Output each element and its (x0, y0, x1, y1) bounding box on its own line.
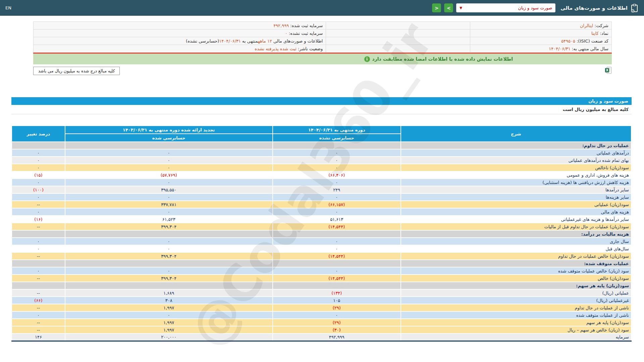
cell-change-percent: (۶۶) (12, 297, 65, 304)
statement-type-dropdown[interactable]: صورت سود و زیان ▼ (456, 3, 555, 12)
cell-current-period: (۶۶,۴۰۶) (273, 171, 401, 179)
cell-restated-period: ۰ (65, 267, 273, 275)
cell-change-percent: (۱۵) (12, 171, 65, 179)
row-label: سال جاری (401, 238, 631, 245)
cell-current-period: ۰ (273, 311, 401, 319)
statement-row: سود(زیان) پایه هر سهم(۲۹)۱,۹۹۷-- (12, 319, 631, 326)
cell-restated-period: ۳۹۹,۳۰۴ (65, 252, 273, 260)
statement-row: هزینه کاهش ارزش دریافتنی ها (هزینه استثن… (12, 179, 631, 186)
info-icon: i (364, 56, 370, 62)
info-cell-empty (326, 37, 470, 45)
cell-change-percent: -- (12, 319, 65, 326)
cell-change-percent (12, 142, 65, 149)
cell-current-period: ۰ (273, 208, 401, 216)
cell-current-period: ۰ (273, 157, 401, 164)
info-value: ۴۹۲,۹۹۹ (273, 23, 289, 28)
cell-current-period: ۰ (273, 164, 401, 171)
info-value: کایتا (591, 31, 599, 36)
company-info-panel: شرکت: ایتالرانسرمایه ثبت شده: ۴۹۲,۹۹۹نما… (33, 21, 612, 53)
statement-title-bar: صورت سود و زیان (11, 97, 632, 105)
info-cell-left: سرمایه ثبت شده: ۴۹۲,۹۹۹ (34, 22, 326, 29)
cell-change-percent: -- (12, 275, 65, 282)
prev-statement-button[interactable]: < (432, 3, 441, 12)
info-value: ۱۴۰۴/۰۶/۳۱ (219, 39, 241, 44)
cell-current-period (273, 260, 401, 267)
english-language-link[interactable]: EN (5, 5, 11, 10)
company-info-table: شرکت: ایتالرانسرمایه ثبت شده: ۴۹۲,۹۹۹نما… (33, 21, 612, 53)
company-info-row: سال مالی منتهی به: ۱۴۰۴/۰۶/۳۱وضعیت ناشر:… (34, 45, 612, 53)
cell-change-percent: ۰ (12, 179, 65, 186)
row-label: هزینه کاهش ارزش دریافتنی ها (هزینه استثن… (401, 179, 631, 186)
info-label: سرمایه ثبت نشده: (287, 31, 323, 36)
cell-current-period: ۱۰۵ (273, 297, 401, 304)
cell-restated-period: ۰ (65, 238, 273, 245)
cell-restated-period: ۳۹۹,۳۰۴ (65, 223, 273, 230)
statement-row: سود(زیان) عملیات در حال تداوم قبل از مال… (12, 223, 631, 230)
cell-restated-period: ۰ (65, 149, 273, 157)
cell-change-percent: -- (12, 304, 65, 311)
cell-current-period: ۰ (273, 245, 401, 252)
cell-restated-period: ۳۳۷,۷۸۱ (65, 201, 273, 208)
cell-current-period: ۵۱,۶۱۳ (273, 216, 401, 223)
statement-row: هزینه های فروش، اداری و عمومی(۶۶,۴۰۶)(۵۷… (12, 171, 631, 179)
statement-body: عملیات در حال تداوم:درآمدهای عملیاتی۰۰۰ب… (12, 142, 631, 341)
row-label: سود(زیان) پایه هر سهم (401, 319, 631, 326)
cell-restated-period: ۳۹۵,۵۵۰ (65, 186, 273, 193)
statement-row: سرمایه۴۹۲,۹۹۹۲۰۰,۰۰۰۱۴۶ (12, 334, 631, 341)
cell-restated-period: ۰ (65, 164, 273, 171)
chevron-down-icon: ▼ (460, 6, 462, 10)
cell-change-percent: -- (12, 223, 65, 230)
info-value: ایتالران (580, 23, 593, 28)
cell-restated-period (65, 230, 273, 238)
info-cell-left: سرمایه ثبت نشده: ۰ (34, 29, 326, 37)
info-value: ۱۲ ماهه (258, 39, 272, 44)
cell-current-period: (۱۳۴) (273, 289, 401, 297)
statement-row: غیرعملیاتی (ریال)۱۰۵۳۰۸(۶۶) (12, 297, 631, 304)
cell-restated-period: ۰ (65, 157, 273, 164)
info-label: اطلاعات و صورت‌های مالی (272, 39, 323, 44)
excel-export-icon[interactable]: X (605, 67, 612, 74)
info-label: وضعیت ناشر: (297, 46, 323, 51)
cell-current-period: ۰ (273, 149, 401, 157)
row-label: عملیات متوقف شده: (401, 260, 631, 267)
info-cell-empty (326, 45, 470, 53)
row-label: عملیات در حال تداوم: (401, 142, 631, 149)
cell-current-period: ۰ (273, 238, 401, 245)
col-header-change-percent: درصد تغییر (12, 126, 65, 142)
statement-row: سود (زیان) خالص هر سهم – ریال(۳۰)۱,۹۹۷-- (12, 326, 631, 334)
info-cell-left: اطلاعات و صورت‌های مالی ۱۲ ماههمنتهی به … (34, 37, 326, 45)
info-value: ثبت شده پذیرفته نشده (255, 46, 296, 51)
statement-row: درآمدهای عملیاتی۰۰۰ (12, 149, 631, 157)
cell-change-percent: -- (12, 252, 65, 260)
cell-change-percent: ۰ (12, 149, 65, 157)
info-cell-empty (326, 29, 470, 37)
info-label: شرکت: (593, 23, 608, 28)
row-label: سود (زیان) خالص عملیات متوقف شده (401, 267, 631, 275)
row-label: بهای تمام شده درآمدهای عملیاتی (401, 157, 631, 164)
statement-row: سایر درآمدها و هزینه های غیرعملیاتی۵۱,۶۱… (12, 216, 631, 223)
next-statement-button[interactable]: > (444, 3, 453, 12)
cell-current-period (273, 142, 401, 149)
cell-change-percent: ۰ (12, 208, 65, 216)
cell-restated-period: ۱,۹۹۷ (65, 304, 273, 311)
cell-restated-period: ۳۹۹,۳۰۴ (65, 275, 273, 282)
cell-restated-period (65, 142, 273, 149)
statement-row: ناشی از عملیات در حال تداوم(۲۹)۱,۹۹۷-- (12, 304, 631, 311)
statement-row: هزینه های مالی۰۰۰ (12, 208, 631, 216)
top-navbar: اطلاعات و صورت‌های مالی صورت سود و زیان … (0, 0, 644, 16)
col-subheader-unaudited: حسابرسی نشده (273, 134, 401, 142)
amounts-unit-note-box: کلیه مبالغ درج شده به میلیون ریال می باش… (33, 67, 120, 75)
info-cell-right: کد صنعت (ISIC): ۵۴۹۵۰۵ (470, 37, 611, 45)
cell-current-period: (۱۴,۵۴۴) (273, 275, 401, 282)
row-label: سود(زیان) عملیات در حال تداوم قبل از مال… (401, 223, 631, 230)
cell-change-percent: -- (12, 326, 65, 334)
income-statement-table: شرح دوره منتهی به ۱۴۰۴/۰۶/۳۱ تجدید ارائه… (11, 125, 632, 342)
statement-row: سود (زیان) خالص عملیات متوقف شده۰۰۰ (12, 267, 631, 275)
row-label: عملیاتی (ریال) (401, 289, 631, 297)
row-label: سال‌های قبل (401, 245, 631, 252)
col-header-current-period: دوره منتهی به ۱۴۰۴/۰۶/۳۱ (273, 126, 401, 134)
row-label: سایر درآمدها (401, 186, 631, 193)
info-label: (حسابرسی نشده) (186, 39, 219, 44)
info-label: سرمایه ثبت شده: (289, 23, 323, 28)
cell-restated-period: ۱,۹۹۷ (65, 326, 273, 334)
